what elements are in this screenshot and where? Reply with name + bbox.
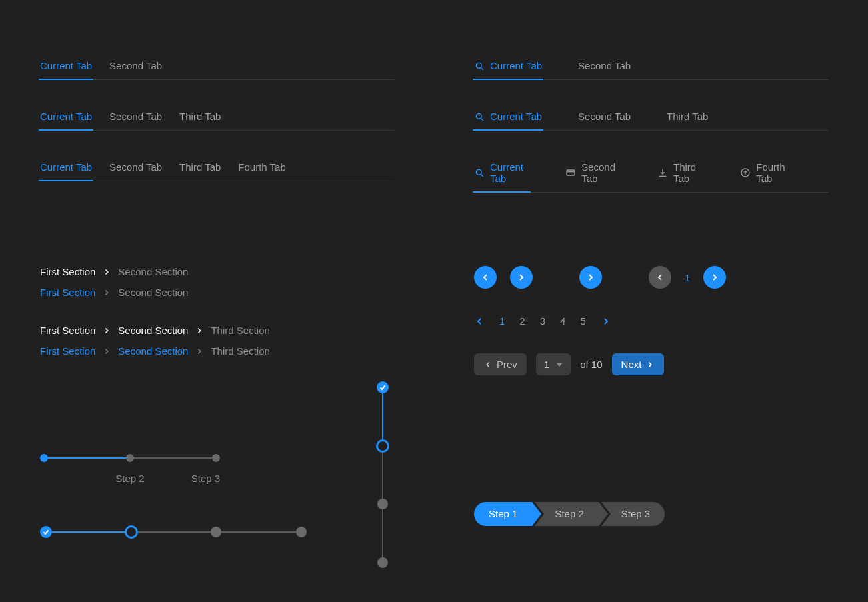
chevron-right-icon (102, 288, 111, 297)
tab-current[interactable]: Current Tab (474, 111, 542, 130)
breadcrumb-item[interactable]: Third Section (211, 345, 269, 357)
page-link[interactable]: 3 (540, 315, 545, 327)
stepper-horizontal-3 (40, 450, 220, 466)
tab-label: Fourth Tab (756, 161, 792, 184)
tab-third[interactable]: Third Tab (179, 111, 221, 130)
next-button[interactable]: Next (612, 353, 665, 375)
step-dot[interactable] (126, 454, 134, 462)
page-link[interactable]: 5 (580, 315, 585, 327)
stepper-vertical-4 (375, 381, 391, 568)
tab-current[interactable]: Current Tab (40, 111, 92, 130)
breadcrumb-item[interactable]: First Section (40, 345, 95, 357)
next-button[interactable] (601, 316, 611, 327)
breadcrumb-item[interactable]: First Section (40, 287, 95, 298)
tab-third[interactable]: Third Tab (179, 161, 221, 181)
prev-button[interactable] (474, 266, 497, 289)
step-dot-current[interactable] (127, 527, 136, 537)
chevron-right-icon (645, 360, 655, 369)
tab-current[interactable]: Current Tab (474, 161, 529, 192)
step-dot[interactable] (377, 557, 388, 568)
pager-full: Prev 1 of 10 Next (474, 353, 664, 375)
svg-line-5 (481, 175, 483, 177)
svg-rect-6 (567, 170, 575, 175)
step-label: Step 1 (489, 508, 517, 519)
next-button[interactable] (579, 266, 602, 289)
tab-second[interactable]: Second Tab (578, 111, 631, 130)
tab-current[interactable]: Current Tab (474, 60, 542, 79)
chevron-left-icon (655, 272, 665, 283)
step-dot[interactable] (212, 454, 220, 462)
step-label: Step 2 (115, 473, 144, 484)
search-icon (474, 61, 485, 71)
download-icon (657, 167, 668, 178)
page-total: of 10 (580, 359, 602, 370)
tab-label: Second Tab (581, 161, 621, 184)
check-icon (42, 528, 50, 536)
breadcrumb: First Section Second Section (40, 266, 394, 277)
tab-third[interactable]: Third Tab (667, 111, 708, 130)
tab-second[interactable]: Second Tab (109, 60, 162, 79)
chevron-right-icon (102, 326, 111, 335)
tabs-icon-3: Current Tab Second Tab Third Tab (474, 111, 828, 131)
tab-third[interactable]: Third Tab (657, 161, 704, 192)
breadcrumb-item[interactable]: Third Section (211, 325, 269, 336)
pager-simple (474, 266, 533, 289)
prev-button[interactable]: Prev (474, 353, 527, 375)
svg-point-0 (476, 63, 481, 68)
step-chip[interactable]: Step 2 (535, 502, 598, 526)
tabs-plain-3: Current Tab Second Tab Third Tab (40, 111, 394, 131)
search-icon (474, 111, 485, 122)
page-link[interactable]: 2 (519, 315, 525, 327)
step-label: Step 3 (621, 508, 650, 519)
svg-line-1 (481, 67, 483, 69)
tab-label: Third Tab (179, 111, 221, 122)
step-dot[interactable] (296, 527, 307, 537)
tab-label: Second Tab (578, 60, 631, 71)
step-dot[interactable] (40, 454, 48, 462)
chevron-left-icon (480, 272, 491, 283)
tab-label: Current Tab (490, 161, 529, 184)
tab-label: Current Tab (40, 161, 92, 173)
breadcrumb-item[interactable]: Second Section (118, 325, 188, 336)
page-link[interactable]: 1 (499, 315, 505, 327)
step-dot-current[interactable] (378, 441, 387, 451)
tab-label: Second Tab (578, 111, 631, 122)
step-dot[interactable] (377, 499, 388, 509)
breadcrumb: First Section Second Section Third Secti… (40, 325, 394, 336)
step-chip[interactable]: Step 3 (601, 502, 665, 526)
tab-second[interactable]: Second Tab (578, 60, 631, 79)
tab-label: Second Tab (109, 111, 162, 122)
tab-second[interactable]: Second Tab (565, 161, 621, 192)
tab-current[interactable]: Current Tab (40, 60, 92, 79)
page-link[interactable]: 4 (560, 315, 565, 327)
next-button[interactable] (510, 266, 533, 289)
page-select[interactable]: 1 (536, 353, 571, 375)
tab-fourth[interactable]: Fourth Tab (238, 161, 285, 181)
tab-fourth[interactable]: Fourth Tab (740, 161, 792, 192)
breadcrumb-item[interactable]: Second Section (118, 287, 188, 298)
tabs-icon-4: Current Tab Second Tab Third Tab Fourth … (474, 161, 828, 193)
chevron-left-icon (483, 360, 493, 369)
step-chip[interactable]: Step 1 (474, 502, 532, 526)
tab-current[interactable]: Current Tab (40, 161, 92, 181)
step-dot-complete[interactable] (40, 526, 52, 538)
step-dot[interactable] (211, 527, 221, 537)
pager-with-page: 1 (649, 266, 726, 289)
chevron-right-icon (195, 326, 204, 335)
step-label: Step 3 (191, 473, 220, 484)
breadcrumb-item[interactable]: First Section (40, 325, 95, 336)
tab-second[interactable]: Second Tab (109, 111, 162, 130)
step-dot-complete[interactable] (377, 381, 389, 393)
next-button[interactable] (703, 266, 726, 289)
prev-button[interactable] (649, 266, 671, 289)
check-icon (379, 383, 387, 391)
pager-next-only (579, 266, 602, 289)
prev-button[interactable] (474, 316, 485, 327)
chevron-right-icon (516, 272, 527, 283)
breadcrumb: First Section Second Section Third Secti… (40, 345, 394, 357)
tab-second[interactable]: Second Tab (109, 161, 162, 181)
breadcrumb-item[interactable]: Second Section (118, 266, 188, 277)
breadcrumb-item[interactable]: First Section (40, 266, 95, 277)
tab-label: Fourth Tab (238, 161, 285, 173)
breadcrumb-item[interactable]: Second Section (118, 345, 188, 357)
